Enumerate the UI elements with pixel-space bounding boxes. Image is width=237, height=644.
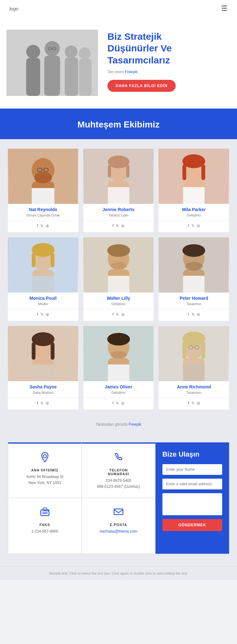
team-member-9-social: f 𝕏 ◎ — [159, 398, 229, 405]
instagram-icon-4[interactable]: ◎ — [46, 312, 49, 316]
phone-label: TELEFONNUMARASI — [88, 468, 149, 476]
instagram-icon-1[interactable]: ◎ — [46, 224, 49, 228]
email-label: E-POSTA — [88, 523, 149, 527]
form-submit-button[interactable]: GÖNDERMEK — [162, 519, 222, 531]
svg-rect-71 — [202, 342, 205, 359]
team-card-7: Sasha Payne Satış Müdürü f 𝕏 ◎ — [8, 326, 78, 410]
footer-note: Sample text. Click to select the text bo… — [0, 566, 237, 580]
svg-rect-24 — [108, 165, 111, 178]
team-photo-6 — [159, 237, 229, 292]
svg-rect-33 — [183, 187, 205, 204]
svg-rect-57 — [32, 342, 35, 360]
svg-rect-40 — [32, 276, 54, 292]
contact-form-title: Bize Ulaşın — [162, 450, 222, 458]
facebook-icon-9[interactable]: f — [188, 401, 189, 405]
team-photo-2 — [83, 149, 154, 204]
footer-text: Sample text. Click to select the text bo… — [49, 571, 188, 575]
svg-rect-31 — [183, 164, 186, 180]
facebook-icon-5[interactable]: f — [112, 312, 113, 316]
team-section-bg: Muhteşem Ekibimiz — [0, 109, 237, 416]
team-member-6-role: Tasarımcı — [159, 302, 229, 306]
svg-rect-8 — [79, 59, 92, 96]
team-member-8-social: f 𝕏 ◎ — [83, 398, 154, 405]
phone-box: TELEFONNUMARASI 234-9876-5400888-0123-45… — [82, 442, 155, 498]
email-box: E-POSTA merhaba@theme.com — [82, 498, 155, 553]
twitter-icon-8[interactable]: 𝕏 — [116, 401, 119, 405]
svg-point-5 — [65, 45, 77, 58]
team-member-2-name: Jennie Roberts — [83, 207, 154, 212]
twitter-icon-4[interactable]: 𝕏 — [40, 312, 43, 316]
team-card-5: Walter Lilly Geliştirici f 𝕏 ◎ — [83, 237, 154, 321]
instagram-icon-7[interactable]: ◎ — [46, 401, 49, 405]
svg-point-1 — [26, 45, 40, 59]
contact-form-area: Bize Ulaşın GÖNDERMEK — [155, 442, 229, 554]
hero-image-area — [0, 27, 101, 96]
facebook-icon-6[interactable]: f — [188, 312, 189, 316]
facebook-icon-2[interactable]: f — [112, 224, 113, 228]
header: logo ☰ — [0, 0, 237, 17]
team-member-2-role: Yaratıcı Lider — [83, 213, 154, 217]
team-member-9-role: Tasarımcı — [159, 391, 229, 394]
svg-rect-79 — [42, 512, 48, 512]
hero-photo-credit: Ten resim Freepik — [107, 70, 228, 74]
svg-rect-58 — [51, 342, 54, 360]
hero-title: Biz StratejikDüşünürler VeTasarımcılarız — [107, 31, 228, 66]
facebook-icon-4[interactable]: f — [37, 312, 38, 316]
svg-rect-82 — [114, 509, 123, 515]
team-member-4-name: Monica Pouli — [8, 296, 78, 301]
phone-icon — [88, 452, 149, 465]
form-name-input[interactable] — [162, 464, 222, 475]
svg-rect-70 — [183, 342, 186, 359]
instagram-icon-9[interactable]: ◎ — [197, 401, 200, 405]
team-member-5-social: f 𝕏 ◎ — [83, 309, 154, 316]
twitter-icon-6[interactable]: 𝕏 — [191, 312, 194, 316]
form-message-textarea[interactable] — [162, 493, 222, 515]
twitter-icon-3[interactable]: 𝕏 — [191, 224, 194, 228]
team-member-3-social: f 𝕏 ◎ — [159, 220, 229, 228]
attribution-link[interactable]: Freepik — [129, 422, 141, 427]
facebook-icon-7[interactable]: f — [37, 401, 38, 405]
freepik-link[interactable]: Freepik — [125, 70, 137, 74]
fax-icon — [15, 506, 75, 520]
office-label: ANA OFİSİMİZ — [15, 468, 75, 472]
hamburger-menu[interactable]: ☰ — [221, 4, 228, 13]
facebook-icon-3[interactable]: f — [188, 224, 189, 228]
svg-rect-4 — [44, 56, 60, 96]
twitter-icon-1[interactable]: 𝕏 — [40, 224, 43, 228]
contact-grid: ANA OFİSİMİZ SoHo 94 Broadway StNew York… — [8, 442, 229, 554]
office-box: ANA OFİSİMİZ SoHo 94 Broadway StNew York… — [8, 442, 82, 498]
facebook-icon-8[interactable]: f — [112, 401, 113, 405]
team-photo-5 — [83, 237, 154, 292]
instagram-icon-2[interactable]: ◎ — [121, 224, 125, 228]
team-photo-1 — [8, 149, 78, 204]
svg-rect-80 — [42, 513, 48, 514]
svg-point-63 — [107, 333, 130, 346]
twitter-icon-5[interactable]: 𝕏 — [116, 312, 119, 316]
team-photo-7 — [8, 326, 78, 381]
svg-point-45 — [110, 262, 127, 269]
email-link[interactable]: merhaba@theme.com — [100, 529, 137, 534]
twitter-icon-9[interactable]: 𝕏 — [191, 401, 194, 405]
svg-rect-25 — [126, 165, 129, 178]
team-member-5-role: Geliştirici — [83, 302, 154, 306]
team-grid-wrapper: Nat Reynolds Dünya Çapında Ortak f 𝕏 ◎ — [0, 139, 237, 416]
instagram-icon-6[interactable]: ◎ — [197, 312, 200, 316]
hero-cta-button[interactable]: DAHA FAZLA BİLGİ EDİN — [107, 80, 176, 92]
instagram-icon-5[interactable]: ◎ — [121, 312, 125, 316]
team-card-3: Mila Parker Geliştirici f 𝕏 ◎ — [159, 149, 229, 232]
office-icon — [15, 452, 75, 465]
email-icon — [88, 506, 149, 520]
form-email-input[interactable] — [162, 479, 222, 489]
email-value: merhaba@theme.com — [88, 529, 149, 535]
team-member-7-name: Sasha Payne — [8, 384, 78, 389]
team-card-8: James Oliver Geliştirici f 𝕏 ◎ — [83, 326, 154, 410]
svg-rect-65 — [108, 364, 129, 381]
team-member-4-role: Müdür — [8, 302, 78, 306]
twitter-icon-2[interactable]: 𝕏 — [116, 224, 119, 228]
instagram-icon-3[interactable]: ◎ — [197, 224, 200, 228]
team-member-7-social: f 𝕏 ◎ — [8, 398, 78, 405]
instagram-icon-8[interactable]: ◎ — [121, 401, 125, 405]
facebook-icon-1[interactable]: f — [37, 224, 38, 228]
team-member-5-name: Walter Lilly — [83, 296, 154, 301]
twitter-icon-7[interactable]: 𝕏 — [40, 401, 43, 405]
